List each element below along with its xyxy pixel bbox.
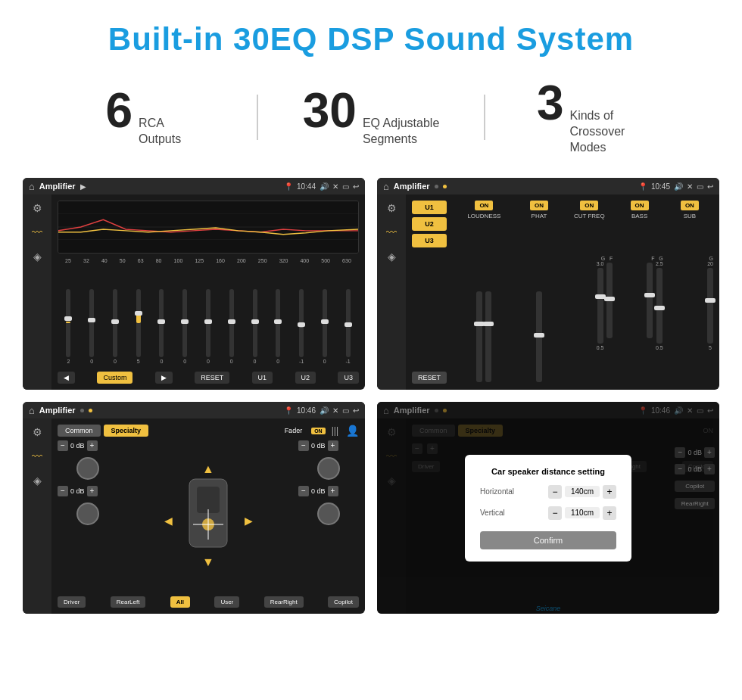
bass-g-slider[interactable] [656,268,662,344]
eq-reset-button[interactable]: RESET [195,372,229,384]
sub-slider[interactable] [707,268,713,344]
horizontal-minus-button[interactable]: − [548,485,562,499]
screens-grid: ⌂ Amplifier ▶ 📍 10:44 🔊 ✕ ▭ ↩ ⚙ 〰 ◈ [0,170,742,621]
fader-sidebar-icon3[interactable]: ◈ [33,474,42,487]
rear-right-minus[interactable]: − [298,486,309,496]
front-left-plus[interactable]: + [87,440,98,451]
copilot-button[interactable]: Copilot [328,596,359,608]
crossover-time: 10:45 [651,182,670,191]
eq-sliders-area: 2 0 0 5 0 [58,268,359,367]
module-cutfreq: ON CUT FREQ [566,201,613,219]
home-icon-3[interactable]: ⌂ [29,405,35,416]
tab-specialty[interactable]: Specialty [104,425,149,437]
phat-slider[interactable] [536,291,542,382]
rear-right-value: 0 dB [311,487,326,495]
loudness-slider[interactable] [476,291,482,382]
preset-u2-button[interactable]: U2 [412,217,447,231]
window-icon-3[interactable]: ▭ [342,406,349,415]
stat-label-crossover: Kinds ofCrossover Modes [569,108,660,155]
loudness-on-button[interactable]: ON [475,201,493,210]
close-icon-2[interactable]: ✕ [687,182,693,191]
stat-rca: 6 RCAOutputs [45,86,242,148]
eq-slider-7: 0 [198,289,220,364]
user-icon[interactable]: 👤 [346,425,359,437]
user-button[interactable]: User [214,596,239,608]
front-right-minus[interactable]: − [298,440,309,451]
crossover-sidebar-icon3[interactable]: ◈ [388,250,396,263]
fader-label: Fader [285,427,303,434]
close-icon-3[interactable]: ✕ [332,406,338,415]
dialog-horizontal-control: − 140cm + [548,485,616,499]
eq-mode-button[interactable]: Custom [97,372,132,384]
driver-button[interactable]: Driver [58,596,86,608]
fader-left-channels: − 0 dB + − 0 dB + [58,440,118,593]
eq-u2-button[interactable]: U2 [295,372,316,384]
fader-tabs: Common Specialty Fader ON ||| 👤 [58,425,359,437]
module-bass: ON BASS [616,201,662,219]
cutfreq-f-slider[interactable] [606,263,613,338]
close-icon[interactable]: ✕ [332,182,338,191]
fader-status-dot-2 [89,409,92,412]
loudness-slider2[interactable] [485,291,491,382]
back-icon-3[interactable]: ↩ [353,406,359,415]
eq-u3-button[interactable]: U3 [338,372,359,384]
bass-f-slider[interactable] [647,263,653,338]
cutfreq-g-slider[interactable] [597,268,603,344]
phat-on-button[interactable]: ON [530,201,548,210]
all-button[interactable]: All [170,596,190,608]
eq-slider-5: 0 [151,289,173,364]
fader-sidebar-icon1[interactable]: ⚙ [33,426,42,438]
preset-u3-button[interactable]: U3 [412,234,447,247]
fader-sidebar-icon2[interactable]: 〰 [32,450,42,462]
eq-slider-11: -1 [291,289,313,364]
location-icon-3: 📍 [284,406,293,415]
eq-slider-2: 0 [81,289,103,364]
eq-sidebar-icon2[interactable]: 〰 [32,226,42,238]
tab-common[interactable]: Common [58,425,101,437]
eq-sidebar-icon3[interactable]: ◈ [33,250,42,263]
vertical-minus-button[interactable]: − [548,506,562,520]
rearright-button[interactable]: RearRight [264,596,304,608]
crossover-screen-content: ⚙ 〰 ◈ U1 U2 U3 RESET [377,194,719,390]
vertical-plus-button[interactable]: + [603,506,616,520]
front-left-speaker [76,457,99,480]
fader-status-left: ⌂ Amplifier [29,405,92,416]
horizontal-plus-button[interactable]: + [603,485,616,499]
front-right-plus[interactable]: + [328,440,338,451]
crossover-screen: ⌂ Amplifier 📍 10:45 🔊 ✕ ▭ ↩ ⚙ 〰 ◈ [377,178,719,390]
eq-slider-4: 5 [127,289,149,364]
eq-screen-content: ⚙ 〰 ◈ [23,194,365,390]
window-icon[interactable]: ▭ [342,182,349,191]
svg-text:▶: ▶ [245,515,253,527]
amp-reset-button[interactable]: RESET [412,372,447,384]
back-icon-2[interactable]: ↩ [707,182,713,191]
window-icon-2[interactable]: ▭ [697,182,703,191]
confirm-button[interactable]: Confirm [480,531,616,549]
crossover-sidebar-icon2[interactable]: 〰 [386,226,397,238]
back-icon[interactable]: ↩ [353,182,359,191]
dialog-vertical-row: Vertical − 110cm + [480,506,616,520]
eq-bottom-bar: ◀ Custom ▶ RESET U1 U2 U3 [58,372,359,384]
fader-bottom-buttons: Driver RearLeft All User RearRight Copil… [58,596,359,608]
home-icon[interactable]: ⌂ [29,181,35,192]
eq-app-title: Amplifier [39,182,76,191]
eq-u1-button[interactable]: U1 [252,372,273,384]
front-left-minus[interactable]: − [58,440,68,451]
rear-right-plus[interactable]: + [328,486,338,496]
preset-u1-button[interactable]: U1 [412,201,447,214]
eq-sidebar-icon1[interactable]: ⚙ [33,202,42,214]
home-icon-2[interactable]: ⌂ [383,181,389,192]
fader-status-dot-1 [80,409,84,412]
eq-next-button[interactable]: ▶ [155,372,173,384]
bass-on-button[interactable]: ON [631,201,649,210]
eq-prev-button[interactable]: ◀ [58,372,75,384]
rear-left-plus[interactable]: + [87,486,98,496]
crossover-sidebar-icon1[interactable]: ⚙ [387,202,397,214]
cutfreq-on-button[interactable]: ON [580,201,598,210]
eq-screen: ⌂ Amplifier ▶ 📍 10:44 🔊 ✕ ▭ ↩ ⚙ 〰 ◈ [23,178,365,390]
sub-on-button[interactable]: ON [681,201,699,210]
rear-left-minus[interactable]: − [58,486,68,496]
distance-dialog: Car speaker distance setting Horizontal … [465,455,631,562]
rearleft-button[interactable]: RearLeft [111,596,146,608]
fader-screen-content: ⚙ 〰 ◈ Common Specialty Fader ON ||| 👤 − [23,418,365,614]
